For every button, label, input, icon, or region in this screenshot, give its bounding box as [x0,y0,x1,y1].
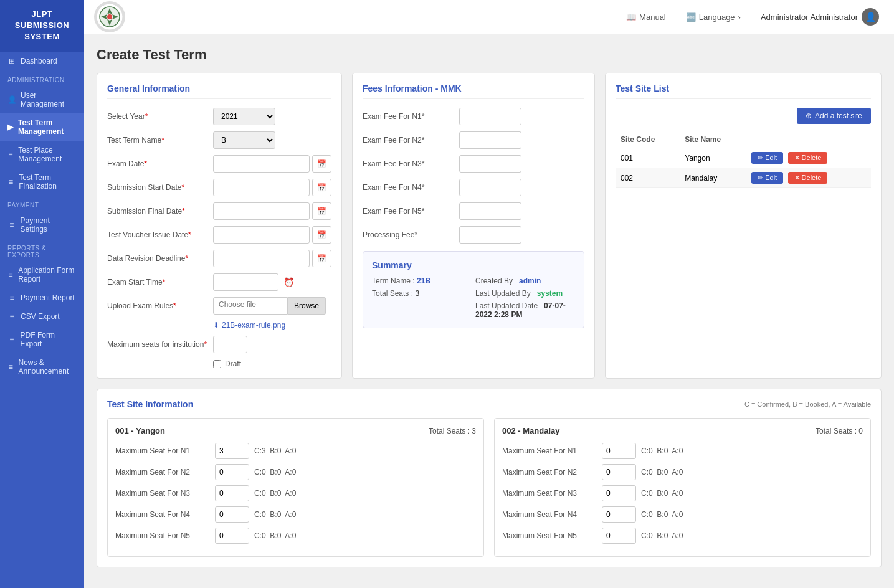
seat-status: C:0 B:0 A:0 [254,510,296,519]
max-seats-label: Maximum seats for institution* [107,340,213,349]
site-box: 001 - Yangon Total Seats : 3 Maximum Sea… [107,418,484,557]
max-seats-input[interactable]: 1 [213,336,247,353]
plus-icon: ⊕ [806,111,812,120]
seat-input[interactable] [215,443,249,459]
test-site-table: Site Code Site Name 001 Yangon ✏ Edit ✕ … [616,131,871,188]
add-test-site-button[interactable]: ⊕ Add a test site [797,108,871,124]
seat-label: Maximum Seat For N3 [502,489,602,498]
seat-input[interactable] [602,506,636,523]
voucher-calendar-button[interactable]: 📅 [312,226,331,244]
browse-button[interactable]: Browse [288,297,326,315]
fee-n3-row: Exam Fee For N3* 50000.00 [363,155,584,173]
dashboard-icon: ⊞ [7,57,16,65]
fee-processing-input[interactable]: 5000.00 [459,226,521,244]
summary-seats-row: Total Seats : 3 [372,289,472,298]
exam-start-time-input[interactable]: 09:00 AM [213,273,278,291]
sub-final-calendar-button[interactable]: 📅 [312,202,331,220]
seat-status: C:0 B:0 A:0 [254,531,296,540]
exam-date-calendar-button[interactable]: 📅 [312,155,331,173]
seat-label: Maximum Seat For N4 [115,510,215,519]
seat-input[interactable] [602,464,636,480]
exam-date-input[interactable]: 07-07-2022 [213,155,310,173]
col-site-name: Site Name [680,131,746,148]
sub-start-label: Submission Start Date* [107,183,213,192]
sidebar-item-payment-report[interactable]: ≡ Payment Report [0,288,84,307]
report-icon: ≡ [7,270,14,279]
page-title: Create Test Term [97,47,882,63]
download-icon: ⬇ [213,321,219,330]
user-menu[interactable]: Administrator Administrator 👤 [756,6,884,28]
data-revision-group: 07-07-2022 📅 [213,250,331,267]
seat-status: C:0 B:0 A:0 [254,468,296,477]
fee-n4-input[interactable]: 40000.00 [459,179,521,196]
fee-n4-row: Exam Fee For N4* 40000.00 [363,179,584,196]
seat-input[interactable] [215,528,249,544]
edit-button[interactable]: ✏ Edit [751,172,783,184]
select-year-input[interactable]: 2021 2022 [213,108,275,125]
sidebar-item-pdf-form-export[interactable]: ≡ PDF Form Export [0,326,84,353]
sub-start-group: 01-07-2022 📅 [213,179,331,196]
term-name-input[interactable]: B A [213,131,275,149]
fee-n1-input[interactable]: 50000.00 [459,108,521,125]
col-site-code: Site Code [616,131,680,148]
file-link[interactable]: ⬇ 21B-exam-rule.png [213,321,331,330]
upload-rules-label: Upload Exam Rules* [107,301,213,310]
seat-label: Maximum Seat For N2 [115,468,215,477]
data-revision-calendar-button[interactable]: 📅 [312,250,331,267]
sidebar-section-admin: ADMINISTRATION [0,70,84,86]
site-action-cell: ✏ Edit ✕ Delete [746,148,871,168]
seat-label: Maximum Seat For N2 [502,468,602,477]
sidebar-item-test-term-finalization[interactable]: ≡ Test Term Finalization [0,168,84,196]
sidebar-item-dashboard[interactable]: ⊞ Dashboard [0,52,84,70]
site-box-total: Total Seats : 3 [429,427,476,435]
seat-input[interactable] [602,485,636,501]
delete-button[interactable]: ✕ Delete [788,152,828,164]
sidebar-item-payment-settings[interactable]: ≡ Payment Settings [0,211,84,239]
sidebar-item-csv-export[interactable]: ≡ CSV Export [0,307,84,326]
edit-button[interactable]: ✏ Edit [751,152,783,164]
seat-input[interactable] [215,506,249,523]
draft-checkbox[interactable] [213,360,221,368]
summary-created-row: Created By admin [475,277,575,285]
fee-n2-row: Exam Fee For N2* 50000.00 [363,131,584,149]
upload-rules-row: Upload Exam Rules* Choose file Browse [107,297,331,315]
sub-start-row: Submission Start Date* 01-07-2022 📅 [107,179,331,196]
sidebar-item-news-announcement[interactable]: ≡ News & Announcement [0,353,84,381]
news-icon: ≡ [7,363,14,371]
manual-button[interactable]: 📖 Manual [621,10,671,24]
summary-spacer [372,301,472,319]
seat-status: C:0 B:0 A:0 [254,489,296,498]
sub-final-row: Submission Final Date* 06-07-2022 📅 [107,202,331,220]
seat-input[interactable] [215,485,249,501]
sidebar-item-test-term-management[interactable]: ▶ Test Term Management [0,113,84,141]
sub-final-input[interactable]: 06-07-2022 [213,202,310,220]
seat-input[interactable] [602,443,636,459]
seat-row: Maximum Seat For N4 C:0 B:0 A:0 [115,506,476,523]
test-site-list-card: Test Site List ⊕ Add a test site Site Co… [605,73,882,379]
exam-date-group: 07-07-2022 📅 [213,155,331,173]
sub-start-input[interactable]: 01-07-2022 [213,179,310,196]
seat-input[interactable] [215,464,249,480]
fee-n2-input[interactable]: 50000.00 [459,131,521,149]
fee-n5-input[interactable]: 30000.00 [459,202,521,220]
sidebar-section-reports: REPORTS & EXPORTS [0,239,84,261]
sidebar-item-user-management[interactable]: 👤 User Management [0,86,84,113]
table-row: 001 Yangon ✏ Edit ✕ Delete [616,148,871,168]
language-icon: 🔤 [686,12,696,22]
delete-button[interactable]: ✕ Delete [788,172,828,184]
summary-card: Summary Term Name : 21B Created By admin [363,251,584,328]
data-revision-input[interactable]: 07-07-2022 [213,250,310,267]
sidebar-item-test-place-management[interactable]: ≡ Test Place Management [0,141,84,168]
sub-start-calendar-button[interactable]: 📅 [312,179,331,196]
voucher-input[interactable]: 07-07-2022 [213,226,310,244]
summary-grid: Term Name : 21B Created By admin Total S… [372,277,575,319]
fee-n3-input[interactable]: 50000.00 [459,155,521,173]
seat-row: Maximum Seat For N2 C:0 B:0 A:0 [115,464,476,480]
seat-input[interactable] [602,528,636,544]
chevron-right-icon: › [738,12,741,22]
main-content: 📖 Manual 🔤 Language › Administrator Admi… [84,0,894,588]
language-button[interactable]: 🔤 Language › [681,10,746,24]
term-name-label: Test Term Name* [107,136,213,145]
sidebar-item-application-form-report[interactable]: ≡ Application Form Report [0,261,84,288]
logo [94,1,125,32]
